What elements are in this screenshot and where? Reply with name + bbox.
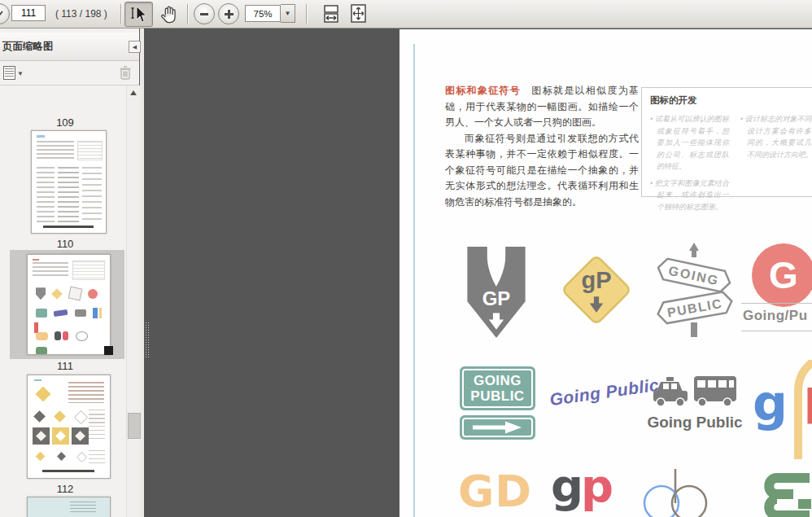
thumbnail-preview xyxy=(37,135,45,138)
select-tool-icon xyxy=(131,6,147,24)
thumbnail-preview xyxy=(68,382,104,403)
thumbnail-preview xyxy=(36,452,46,462)
fit-width-icon xyxy=(322,5,340,23)
right-arrow-icon xyxy=(471,421,523,434)
chevron-down-icon xyxy=(0,11,3,17)
logo-transit-caption: Going Public xyxy=(645,414,744,432)
thumbnail-scrollbar[interactable] xyxy=(126,85,140,517)
thumbnail-preview xyxy=(33,259,39,261)
zoom-in-button[interactable] xyxy=(218,3,239,24)
thumbnail-preview xyxy=(77,141,103,160)
fit-width-button[interactable] xyxy=(319,2,343,25)
divider-line xyxy=(741,331,812,331)
thumbnail-preview xyxy=(42,470,94,472)
logo-pennant: GP xyxy=(465,247,528,343)
thumbnail-preview xyxy=(33,262,68,277)
tip-bullet: • 把文字和图像元素结合起来，或许创造出一个独特的标志图形。 xyxy=(650,177,729,213)
logo-gp-road: g P Goin P xyxy=(753,360,812,462)
thumbnail-preview xyxy=(43,226,94,228)
minus-icon xyxy=(200,13,208,15)
logo-italic-text: Going Public xyxy=(548,375,661,410)
dropdown-arrow-icon: ▼ xyxy=(17,70,24,77)
thumbnail-preview xyxy=(37,167,55,222)
scrollbar-thumb[interactable] xyxy=(128,413,141,439)
thumbnail-label-109: 109 xyxy=(4,116,126,129)
thumbnail-preview xyxy=(33,427,50,445)
thumbnail-preview xyxy=(72,261,105,280)
logo-street-signs: GOING PUBLIC xyxy=(653,243,735,345)
toolbar-separator xyxy=(120,4,122,24)
logo-green-g xyxy=(756,469,812,517)
next-page-button[interactable] xyxy=(0,3,10,24)
page-binding-line xyxy=(413,44,415,517)
hand-tool-button[interactable] xyxy=(155,2,181,25)
paragraph-2: 而象征符号则是通过引发联想的方式代表某种事物，并不一定依赖于相似程度。一个象征符… xyxy=(445,131,639,211)
thumbnail-preview xyxy=(34,328,106,355)
thumbnail-preview xyxy=(70,502,96,513)
thumbnail-page-110[interactable] xyxy=(31,130,107,234)
thumbnail-view-handle[interactable] xyxy=(104,346,113,355)
zoom-level-field[interactable]: 75% xyxy=(245,5,281,22)
thumbnail-preview xyxy=(89,410,105,442)
thumbnail-preview xyxy=(34,286,106,300)
thumbnails-panel: 页面缩略图 ◀ ▼ 109 xyxy=(0,28,139,517)
logo-gd-text: GD xyxy=(458,466,532,517)
thumbnail-preview xyxy=(89,450,105,465)
collapse-arrow-icon: ◀ xyxy=(133,44,137,50)
panel-header: 页面缩略图 ◀ xyxy=(0,33,139,61)
logo-road-sign: GOING PUBLIC xyxy=(460,366,535,440)
thumbnail-page-113[interactable] xyxy=(27,497,111,517)
taxi-bus-icon xyxy=(645,370,744,409)
thumbnail-options-button[interactable]: ▼ xyxy=(3,66,24,79)
panel-title: 页面缩略图 xyxy=(2,40,54,54)
logo-circle-letter: G xyxy=(752,243,812,307)
tip-box-title: 图标的开发 xyxy=(650,94,812,107)
thumbnail-preview xyxy=(72,427,89,445)
logo-diamond-text: gP xyxy=(552,267,640,294)
logo-diamond-sign: gP xyxy=(552,246,640,337)
logo-gp-serif-g: g xyxy=(551,459,581,512)
tip-box-left-column: • 试着从可以辨认的图标或象征符号着手，想要加入一些能体现你的公司、标志或团队的… xyxy=(650,108,729,212)
thumbnail-preview xyxy=(34,379,41,381)
dropdown-arrow-icon: ▼ xyxy=(285,10,291,17)
road-sign-arrow-plate xyxy=(460,415,535,440)
thumbnail-preview xyxy=(52,427,69,445)
thumbnail-preview xyxy=(33,410,46,423)
select-tool-button[interactable] xyxy=(124,2,153,27)
thumbnail-preview xyxy=(37,141,74,159)
scroll-up-button[interactable] xyxy=(127,85,140,99)
logo-circle-caption: Going/Pu xyxy=(743,308,808,324)
divider-line xyxy=(741,303,812,304)
tip-box: 图标的开发 • 试着从可以辨认的图标或象征符号着手，想要加入一些能体现你的公司、… xyxy=(641,87,812,197)
logo-gp-road-g: g xyxy=(753,375,788,432)
logo-italic-wordmark: Going Public xyxy=(549,383,647,402)
thumbnail-options-icon xyxy=(3,66,15,80)
panel-toolbar: ▼ xyxy=(0,60,139,85)
logo-circle-g: G Going/Pu xyxy=(741,243,812,337)
thumbnail-preview xyxy=(57,452,66,461)
section-heading: 图标和象征符号 xyxy=(445,85,521,96)
page-count-label: ( 113 / 198 ) xyxy=(55,8,107,20)
thumbnail-preview xyxy=(28,497,110,517)
thumbnail-label-110: 110 xyxy=(4,238,126,250)
logo-pennant-text: GP xyxy=(465,287,528,310)
logo-gp-serif: gp xyxy=(551,459,611,512)
plus-icon xyxy=(225,10,234,19)
logo-gd-orange: GD xyxy=(458,466,532,517)
thumbnail-page-111[interactable] xyxy=(27,254,111,355)
pdf-reader-window: ( 113 / 198 ) 75% ▼ xyxy=(0,0,812,517)
logo-circles-op xyxy=(640,467,714,517)
document-view-area[interactable]: 图标和象征符号 图标就是以相似度为基础，用于代表某物的一幅图画。如描绘一个男人、… xyxy=(144,28,812,517)
thumbnail-preview xyxy=(35,386,50,401)
thumbnail-page-112[interactable] xyxy=(27,375,111,479)
thumbnail-list[interactable]: 109 110 xyxy=(0,85,139,517)
collapse-panel-button[interactable]: ◀ xyxy=(129,41,141,53)
fit-page-button[interactable] xyxy=(347,2,371,25)
fit-page-icon xyxy=(349,4,369,24)
page-number-input[interactable] xyxy=(11,5,46,21)
zoom-dropdown-button[interactable]: ▼ xyxy=(281,4,295,23)
delete-pages-button[interactable] xyxy=(119,65,133,80)
zoom-out-button[interactable] xyxy=(194,3,215,24)
splitter-grip-icon[interactable] xyxy=(145,322,149,358)
zoom-level-value: 75% xyxy=(253,9,272,19)
